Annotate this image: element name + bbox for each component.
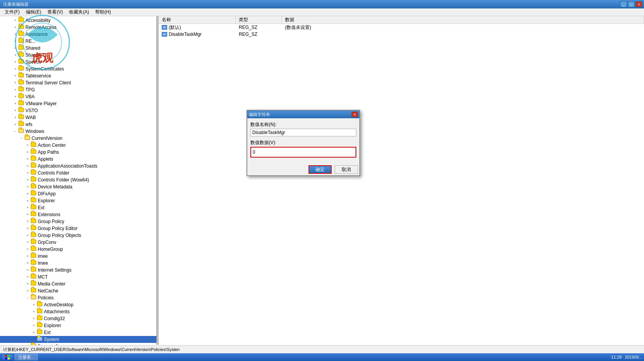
modal-ok-button[interactable]: 确定 [309, 165, 332, 174]
modal-title: 编辑字符串 [249, 112, 270, 118]
modal-body: 数值名称(N): 数值数据(V): [247, 118, 359, 164]
modal-title-bar: 编辑字符串 × [247, 111, 359, 118]
edit-string-dialog: 编辑字符串 × 数值名称(N): 数值数据(V): 确定 取消 [247, 110, 360, 176]
modal-close-button[interactable]: × [352, 112, 358, 117]
field-data-label: 数值数据(V): [250, 139, 356, 146]
modal-buttons: 确定 取消 [247, 164, 359, 175]
modal-cancel-button[interactable]: 取消 [335, 165, 358, 174]
field-name-input[interactable] [250, 129, 356, 136]
field-name-label: 数值名称(N): [250, 121, 356, 128]
modal-overlay: 编辑字符串 × 数值名称(N): 数值数据(V): 确定 取消 [0, 0, 644, 361]
field-data-input[interactable] [250, 147, 356, 158]
